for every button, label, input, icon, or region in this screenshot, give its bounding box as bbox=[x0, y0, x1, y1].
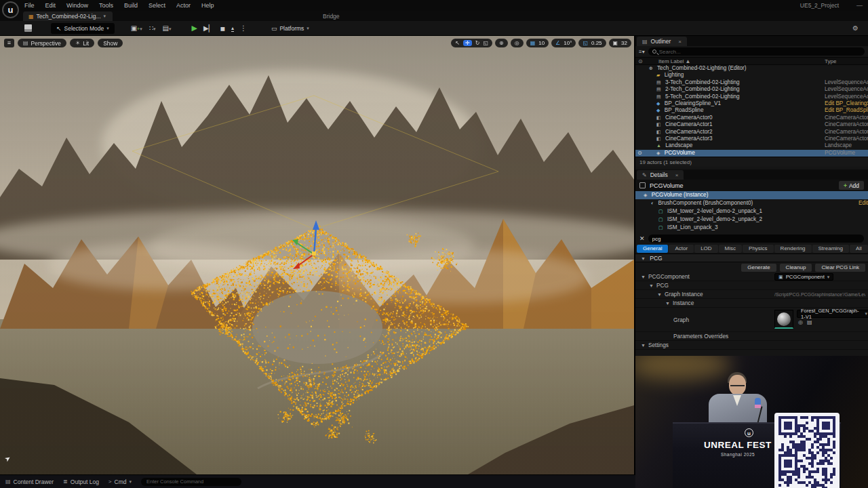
rotation-snap-control[interactable]: ∠ 10° bbox=[551, 39, 576, 47]
cinematics-button[interactable]: ▤▾ bbox=[163, 24, 172, 32]
viewport-menu-icon[interactable]: ≡ bbox=[4, 39, 14, 47]
component-row[interactable]: ▢ ISM_tower_2-level_demo-2_unpack_2 bbox=[635, 216, 868, 224]
details-tab[interactable]: Physics bbox=[743, 245, 774, 253]
select-tool-icon[interactable]: ↖ bbox=[455, 40, 460, 46]
blueprints-button[interactable]: ∷▾ bbox=[149, 24, 156, 32]
platforms-dropdown[interactable]: ▭ Platforms ▾ bbox=[266, 23, 315, 34]
instance-label[interactable]: ▼Instance bbox=[635, 299, 694, 308]
world-local-toggle-icon[interactable]: ⊕ bbox=[499, 40, 504, 46]
details-search-input[interactable] bbox=[652, 236, 860, 242]
collapse-triangle-icon[interactable]: ▼ bbox=[641, 256, 646, 261]
item-label-column-header[interactable]: Item Label ▲ bbox=[649, 58, 825, 64]
outliner-row[interactable]: ⊙ ◆ BP_ClearingSpline_V1 Edit BP_Clearin… bbox=[635, 100, 868, 107]
console-command-input[interactable] bbox=[146, 479, 236, 485]
menu-item[interactable]: Select bbox=[149, 2, 165, 9]
move-tool-icon[interactable]: ✛ bbox=[463, 40, 472, 46]
section-pcg[interactable]: ▼ PCG bbox=[635, 253, 868, 262]
show-dropdown[interactable]: Show bbox=[98, 39, 123, 47]
pcg-action-button[interactable]: Generate bbox=[741, 264, 776, 272]
save-icon[interactable] bbox=[24, 24, 32, 32]
stop-button[interactable]: ◼ bbox=[220, 25, 224, 32]
details-tab[interactable]: LOD bbox=[694, 245, 717, 253]
outliner-row[interactable]: ⊙ ◧ CineCameraActor2 CineCameraActor bbox=[635, 129, 868, 136]
outliner-row[interactable]: ⊙ ◧ CineCameraActor1 CineCameraActor bbox=[635, 121, 868, 128]
graph-asset-dropdown[interactable]: Forest_GEN_PCGGraph-1-V1 ▾ bbox=[797, 310, 868, 318]
details-tab[interactable]: Streaming bbox=[812, 245, 849, 253]
skip-frame-button[interactable]: ▶▏ bbox=[203, 24, 214, 32]
outliner-row[interactable]: ⊙ ▤ 2-Tech_Combined-02-Lighting LevelSeq… bbox=[635, 86, 868, 93]
unreal-logo-icon[interactable]: u bbox=[2, 1, 19, 18]
component-row[interactable]: ▢ ISM_tower_2-level_demo-2_unpack_1 bbox=[635, 207, 868, 216]
outliner-row[interactable]: ⊙ ▤ 5-Tech_Combined-02-Lighting LevelSeq… bbox=[635, 94, 868, 100]
type-column-header[interactable]: Type bbox=[825, 58, 868, 64]
perspective-dropdown[interactable]: ▤ Perspective bbox=[18, 39, 66, 47]
details-searchbox[interactable] bbox=[648, 235, 864, 243]
outliner-row[interactable]: ⊙ ◈ PCGVolume PCGVolume bbox=[635, 150, 868, 157]
camera-speed-control[interactable]: ▣ 32 bbox=[609, 39, 631, 47]
pcgcomponent-dropdown[interactable]: ▣ PCGComponent ▾ bbox=[774, 273, 833, 281]
outliner-searchbox[interactable] bbox=[648, 47, 865, 56]
content-drawer-button[interactable]: ▤ Content Drawer bbox=[5, 479, 54, 485]
minimize-button[interactable]: — bbox=[856, 2, 863, 9]
component-row[interactable]: ◈ PCGVolume (Instance) bbox=[635, 191, 868, 199]
add-actor-button[interactable]: ▣+▾ bbox=[131, 24, 142, 32]
menu-item[interactable]: Help bbox=[201, 2, 214, 9]
add-component-button[interactable]: + Add bbox=[839, 181, 864, 190]
outliner-row[interactable]: ⊙ ◆ BP_RoadSpline Edit BP_RoadSpline bbox=[635, 107, 868, 114]
pcg-group-label[interactable]: ▼PCG bbox=[635, 281, 669, 290]
menu-item[interactable]: Edit bbox=[45, 2, 56, 9]
outliner-row[interactable]: ⊙ ⊕ Tech_Combined-02-Lighting (Editor) bbox=[635, 65, 868, 72]
grid-snap-control[interactable]: ▦ 10 bbox=[526, 39, 549, 47]
gizmo-overlay[interactable] bbox=[0, 36, 634, 474]
scale-snap-control[interactable]: ◱ 0.25 bbox=[578, 39, 606, 47]
pcg-action-button[interactable]: Clear PCG Link bbox=[815, 264, 865, 272]
details-tab[interactable]: Actor bbox=[669, 245, 694, 253]
close-icon[interactable]: × bbox=[678, 39, 682, 45]
console-input-box[interactable] bbox=[141, 478, 241, 486]
visibility-column-eye-icon[interactable]: ⊙ bbox=[638, 58, 649, 64]
pcgcomponent-row-label[interactable]: ▼PCGComponent bbox=[635, 272, 690, 281]
play-button[interactable]: ▶ bbox=[192, 24, 197, 33]
selection-mode-dropdown[interactable]: ↖ Selection Mode ▾ bbox=[51, 23, 115, 34]
menu-item[interactable]: Window bbox=[66, 2, 88, 9]
pcg-action-button[interactable]: Cleanup bbox=[780, 264, 812, 272]
details-tab[interactable]: Rendering bbox=[774, 245, 812, 253]
rotate-tool-icon[interactable]: ↻ bbox=[475, 40, 480, 46]
close-icon[interactable]: × bbox=[675, 172, 679, 178]
details-tab[interactable]: General bbox=[637, 245, 668, 253]
component-row[interactable]: ◐ BrushComponent (BrushComponent0) Edit.… bbox=[635, 199, 868, 207]
surface-snapping-icon[interactable]: ◎ bbox=[515, 40, 519, 46]
output-log-button[interactable]: ≣ Output Log bbox=[63, 479, 99, 485]
outliner-row[interactable]: ⊙ ◧ CineCameraActor3 CineCameraActor bbox=[635, 136, 868, 142]
edit-blueprint-link[interactable]: Edit... bbox=[859, 199, 868, 207]
chevron-down-icon[interactable]: ▾ bbox=[104, 14, 106, 19]
menu-item[interactable]: Build bbox=[124, 2, 138, 9]
outliner-search-input[interactable] bbox=[659, 49, 861, 55]
outliner-row[interactable]: ⊙ ▤ 3-Tech_Combined-02-Lighting LevelSeq… bbox=[635, 79, 868, 86]
menu-item[interactable]: Tools bbox=[99, 2, 113, 9]
details-tab[interactable]: Misc bbox=[719, 245, 742, 253]
graph-instance-label[interactable]: ▼Graph Instance bbox=[635, 290, 703, 299]
tab-details[interactable]: ✎ Details × bbox=[637, 170, 684, 180]
outliner-row[interactable]: ⊙ ◧ CineCameraActor0 CineCameraActor bbox=[635, 115, 868, 121]
tab-outliner[interactable]: ▤ Outliner × bbox=[637, 37, 687, 46]
eject-button[interactable]: ▴ bbox=[231, 25, 234, 32]
settings-gear-icon[interactable]: ⚙ bbox=[852, 24, 859, 32]
tab-level[interactable]: ▦ Tech_Combined-02-Lig... ▾ bbox=[23, 12, 113, 21]
outliner-row[interactable]: ⊙ ▰ Lighting bbox=[635, 72, 868, 79]
visibility-eye-icon[interactable]: ⊙ bbox=[637, 150, 642, 157]
viewport-3d[interactable]: ≡ ▤ Perspective ☀ Lit Show ↖ ✛ ↻ ◱ ⊕ ◎ bbox=[0, 36, 634, 474]
menu-item[interactable]: File bbox=[24, 2, 35, 9]
settings-group-label[interactable]: ▼Settings bbox=[635, 341, 669, 350]
outliner-column-headers[interactable]: ⊙ Item Label ▲ Type bbox=[635, 57, 868, 65]
view-mode-dropdown[interactable]: ☀ Lit bbox=[70, 39, 94, 47]
browse-to-asset-icon[interactable]: ▤ bbox=[807, 319, 812, 325]
outliner-row[interactable]: ⊙ ▲ Landscape Landscape bbox=[635, 142, 868, 149]
component-row[interactable]: ▢ ISM_Lion_unpack_3 bbox=[635, 224, 868, 232]
scale-tool-icon[interactable]: ◱ bbox=[483, 40, 488, 46]
filter-icon[interactable]: ≡▾ bbox=[639, 49, 645, 55]
tab-bridge[interactable]: Bridge bbox=[317, 12, 345, 21]
details-tab[interactable]: All bbox=[850, 245, 868, 253]
menu-item[interactable]: Actor bbox=[176, 2, 191, 9]
graph-thumbnail[interactable] bbox=[774, 310, 793, 329]
